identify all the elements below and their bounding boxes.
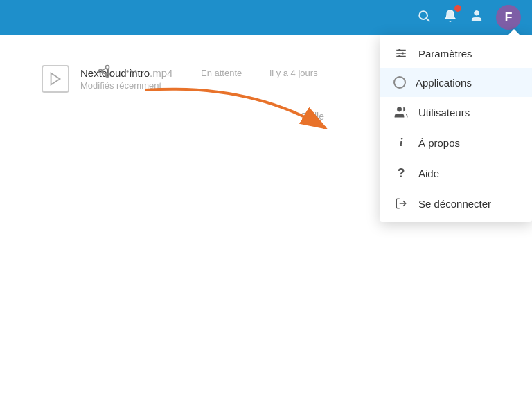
file-actions-row: En attente il y a 4 jours xyxy=(97,64,318,82)
aide-label: Aide xyxy=(418,168,439,179)
svg-point-15 xyxy=(106,73,109,77)
applications-icon xyxy=(393,76,406,89)
svg-rect-6 xyxy=(398,49,400,51)
svg-line-16 xyxy=(102,72,106,74)
column-taille: Taille xyxy=(302,111,324,122)
share-button[interactable] xyxy=(97,64,111,82)
search-button[interactable] xyxy=(417,9,431,26)
utilisateurs-icon xyxy=(393,105,409,119)
svg-point-0 xyxy=(419,11,427,19)
aide-icon: ? xyxy=(393,166,409,181)
avatar-letter: F xyxy=(505,10,513,25)
menu-item-deconnecter[interactable]: Se déconnecter xyxy=(380,189,532,218)
menu-item-aide[interactable]: ? Aide xyxy=(380,158,532,189)
svg-point-14 xyxy=(99,70,103,73)
svg-point-18 xyxy=(127,70,129,72)
menu-item-utilisateurs[interactable]: Utilisateurs xyxy=(380,97,532,127)
a-propos-label: À propos xyxy=(418,137,460,149)
svg-point-2 xyxy=(475,10,479,15)
more-actions-button[interactable] xyxy=(125,64,139,82)
svg-point-20 xyxy=(134,70,136,72)
file-time: il y a 4 jours xyxy=(269,68,317,78)
svg-line-17 xyxy=(102,68,106,70)
file-status: En attente xyxy=(201,68,242,78)
topbar: F Paramètres Applications xyxy=(0,0,532,35)
user-dropdown-menu: Paramètres Applications Utilisateurs i À… xyxy=(380,35,532,222)
svg-line-1 xyxy=(427,18,430,21)
parametres-label: Paramètres xyxy=(418,48,472,60)
file-subtitle: Modifiés récemment xyxy=(80,80,172,91)
notification-button[interactable] xyxy=(443,9,457,26)
applications-label: Applications xyxy=(416,77,472,89)
contacts-button[interactable] xyxy=(470,9,484,26)
utilisateurs-label: Utilisateurs xyxy=(418,107,470,118)
svg-point-13 xyxy=(106,66,109,69)
a-propos-icon: i xyxy=(393,136,409,150)
deconnecter-icon xyxy=(393,197,409,210)
user-avatar[interactable]: F xyxy=(496,5,521,30)
svg-rect-7 xyxy=(402,53,404,55)
deconnecter-label: Se déconnecter xyxy=(418,198,491,210)
menu-item-parametres[interactable]: Paramètres xyxy=(380,39,532,68)
dropdown-arrow xyxy=(508,29,520,35)
menu-item-applications[interactable]: Applications xyxy=(380,68,532,97)
file-thumbnail xyxy=(42,65,69,93)
menu-item-a-propos[interactable]: i À propos xyxy=(380,127,532,158)
svg-rect-8 xyxy=(398,55,400,57)
svg-point-9 xyxy=(397,107,402,112)
svg-marker-12 xyxy=(51,73,60,85)
svg-point-19 xyxy=(130,70,132,72)
parametres-icon xyxy=(393,47,409,60)
notification-badge xyxy=(454,5,461,12)
